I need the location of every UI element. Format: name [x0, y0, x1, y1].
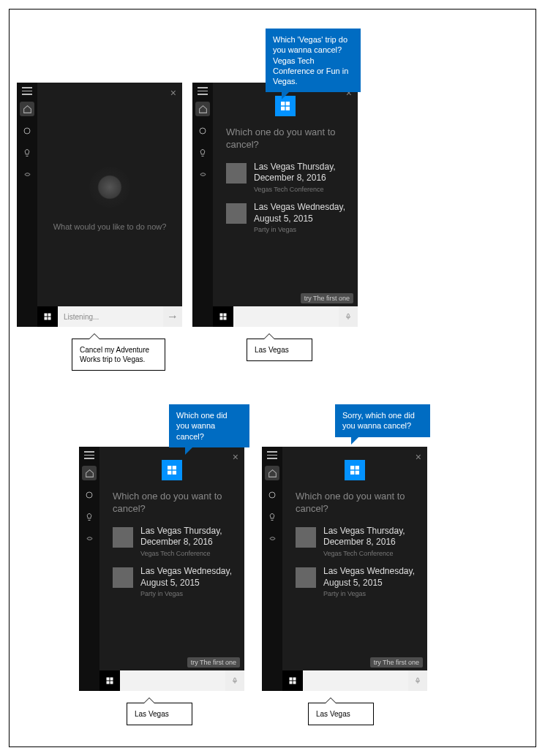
svg-rect-6 [417, 678, 419, 681]
mic-icon[interactable] [339, 306, 358, 327]
hamburger-icon[interactable] [22, 87, 32, 94]
item-sub: Vegas Tech Conference [254, 186, 349, 193]
disambig-item-1[interactable]: Las Vegas Thursday, December 8, 2016 Veg… [108, 523, 236, 563]
lightbulb-icon[interactable] [20, 145, 34, 160]
hamburger-icon[interactable] [267, 451, 277, 458]
item-title: Las Vegas Wednesday, August 5, 2015 [140, 566, 236, 589]
svg-point-3 [86, 492, 92, 498]
item-sub: Vegas Tech Conference [323, 550, 418, 557]
mic-icon[interactable] [408, 670, 427, 691]
hamburger-icon[interactable] [84, 451, 94, 458]
start-button[interactable] [99, 670, 120, 691]
svg-rect-4 [234, 678, 236, 681]
lightbulb-icon[interactable] [82, 510, 97, 524]
disambig-item-1[interactable]: Las Vegas Thursday, December 8, 2016 Veg… [222, 159, 349, 199]
sidebar [79, 447, 99, 691]
svg-rect-2 [347, 314, 350, 317]
feedback-icon[interactable] [265, 532, 279, 546]
question-text: Which one do you want to cancel? [113, 491, 236, 515]
home-icon[interactable] [82, 466, 97, 480]
item-thumb [296, 527, 316, 548]
item-title: Las Vegas Thursday, December 8, 2016 [254, 162, 349, 184]
system-speech-callout-2: Which 'Vegas' trip do you wanna cancel? … [266, 29, 361, 92]
question-text: Which one do you want to cancel? [296, 491, 418, 515]
item-title: Las Vegas Thursday, December 8, 2016 [140, 526, 236, 548]
home-icon[interactable] [195, 102, 210, 116]
notebook-icon[interactable] [265, 488, 279, 502]
search-input[interactable] [58, 306, 163, 327]
feedback-icon[interactable] [195, 167, 210, 182]
system-speech-callout-3: Which one did you wanna cancel? [169, 404, 249, 447]
search-input[interactable] [233, 306, 339, 327]
cortana-panel-4: × Which one do you want to cancel? Las V… [262, 447, 427, 691]
hint-chip[interactable]: try The first one [187, 657, 240, 668]
notebook-icon[interactable] [20, 124, 34, 138]
hamburger-icon[interactable] [198, 87, 208, 94]
notebook-icon[interactable] [195, 124, 210, 138]
system-speech-callout-4: Sorry, which one did you wanna cancel? [335, 404, 430, 437]
start-button[interactable] [213, 306, 233, 327]
cortana-avatar [89, 167, 130, 208]
item-sub: Party in Vegas [254, 226, 349, 233]
user-speech-callout-1: Cancel my Adventure Works trip to Vegas. [72, 339, 165, 371]
item-thumb [296, 567, 316, 588]
item-thumb [113, 567, 133, 588]
item-sub: Party in Vegas [140, 590, 236, 597]
user-speech-callout-4: Las Vegas [308, 703, 374, 725]
search-input[interactable] [120, 670, 225, 691]
feedback-icon[interactable] [82, 532, 97, 546]
home-icon[interactable] [265, 466, 279, 480]
user-speech-callout-3: Las Vegas [127, 703, 192, 725]
svg-point-5 [269, 492, 275, 498]
disambig-item-2[interactable]: Las Vegas Wednesday, August 5, 2015 Part… [291, 563, 418, 603]
question-text: Which one do you want to cancel? [226, 126, 349, 151]
user-speech-callout-2: Las Vegas [247, 339, 312, 361]
item-title: Las Vegas Wednesday, August 5, 2015 [323, 566, 418, 589]
disambig-item-2[interactable]: Las Vegas Wednesday, August 5, 2015 Part… [108, 563, 236, 603]
start-button[interactable] [282, 670, 303, 691]
item-thumb [226, 203, 247, 224]
disambig-item-2[interactable]: Las Vegas Wednesday, August 5, 2015 Part… [222, 199, 349, 239]
item-thumb [226, 163, 247, 184]
svg-point-0 [24, 128, 30, 134]
feedback-icon[interactable] [20, 167, 34, 182]
start-button[interactable] [37, 306, 58, 327]
close-icon[interactable]: × [233, 451, 238, 463]
cortana-panel-3: × Which one do you want to cancel? Las V… [79, 447, 244, 691]
lightbulb-icon[interactable] [195, 145, 210, 160]
sidebar [262, 447, 282, 691]
notebook-icon[interactable] [82, 488, 97, 502]
disambig-item-1[interactable]: Las Vegas Thursday, December 8, 2016 Veg… [291, 523, 418, 563]
close-icon[interactable]: × [170, 87, 176, 99]
mic-icon[interactable] [225, 670, 244, 691]
svg-point-1 [200, 128, 206, 134]
search-input[interactable] [303, 670, 408, 691]
item-sub: Vegas Tech Conference [140, 550, 236, 557]
item-title: Las Vegas Thursday, December 8, 2016 [323, 526, 418, 548]
close-icon[interactable]: × [416, 451, 421, 463]
prompt-text: What would you like to do now? [53, 222, 167, 231]
lightbulb-icon[interactable] [265, 510, 279, 524]
sidebar [192, 83, 213, 327]
app-tile-icon [345, 460, 365, 480]
cortana-panel-1: × What would you like to do now? → [17, 83, 182, 327]
item-sub: Party in Vegas [323, 590, 418, 597]
item-thumb [113, 527, 133, 548]
arrow-icon[interactable]: → [163, 306, 182, 327]
cortana-panel-2: × Which one do you want to cancel? Las V… [192, 83, 358, 327]
home-icon[interactable] [20, 102, 34, 116]
hint-chip[interactable]: try The first one [370, 657, 423, 668]
app-tile-icon [162, 460, 182, 480]
hint-chip[interactable]: try The first one [301, 293, 353, 303]
sidebar [17, 83, 37, 327]
item-title: Las Vegas Wednesday, August 5, 2015 [254, 202, 349, 224]
